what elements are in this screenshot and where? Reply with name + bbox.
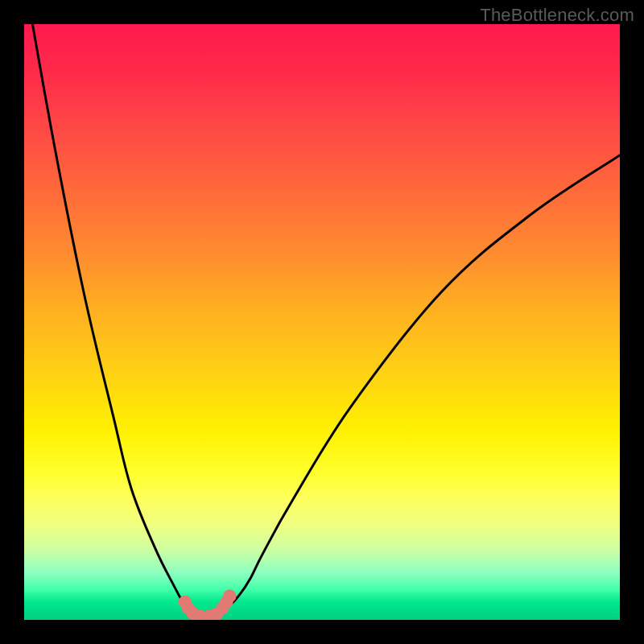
curve-marker bbox=[223, 589, 236, 602]
chart-svg-overlay bbox=[24, 24, 620, 620]
curve-markers bbox=[179, 589, 237, 620]
chart-area bbox=[24, 24, 620, 620]
bottleneck-curve bbox=[24, 24, 620, 617]
brand-label: TheBottleneck.com bbox=[480, 5, 634, 26]
